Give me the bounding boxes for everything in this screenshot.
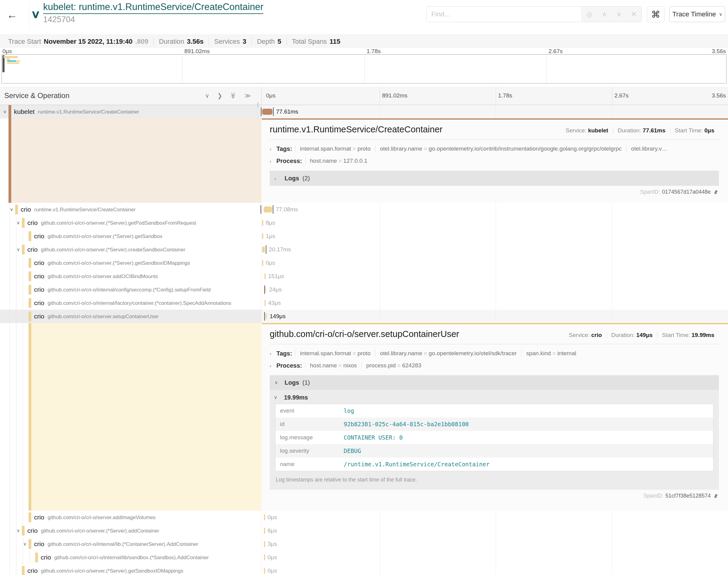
span-name-cell[interactable]: ∨criogithub.com/cri-o/cri-o/server.(*Ser…: [0, 524, 262, 537]
span-name-cell[interactable]: ∨criogithub.com/cri-o/cri-o/server.(*Ser…: [0, 216, 262, 230]
double-chevron-right-icon[interactable]: ≫: [244, 92, 251, 99]
back-arrow-icon[interactable]: ←: [7, 8, 18, 21]
span-duration-bar[interactable]: [262, 260, 263, 266]
span-timeline-cell[interactable]: 149μs: [262, 310, 728, 323]
span-duration-bar[interactable]: [265, 300, 266, 306]
span-name-cell[interactable]: criogithub.com/cri-o/cri-o/internal/fact…: [0, 296, 262, 310]
span-duration-bar[interactable]: [262, 220, 263, 226]
span-row[interactable]: ∨criogithub.com/cri-o/cri-o/server.(*Ser…: [0, 216, 728, 230]
span-duration-bar[interactable]: [264, 528, 265, 534]
tree-guide-line: [9, 310, 10, 323]
span-row[interactable]: criogithub.com/cri-o/cri-o/internal/fact…: [0, 296, 728, 310]
span-name-cell[interactable]: ∨criogithub.com/cri-o/cri-o/server.(*Ser…: [0, 243, 262, 256]
span-name-cell[interactable]: criogithub.com/cri-o/cri-o/server.(*Serv…: [0, 256, 262, 270]
chevron-down-icon[interactable]: ∨: [15, 216, 21, 230]
process-row[interactable]: ›Process:host.name=127.0.0.1: [270, 155, 719, 167]
span-name-cell[interactable]: ∨criogithub.com/cri-o/cri-o/internal/lib…: [0, 537, 262, 551]
view-selector-button[interactable]: Trace Timeline ∨: [669, 6, 725, 22]
span-timeline-cell[interactable]: 77.08ms: [262, 203, 728, 216]
span-name-cell[interactable]: criogithub.com/cri-o/cri-o/server.addIma…: [0, 511, 262, 524]
span-detail-title[interactable]: runtime.v1.RuntimeService/CreateContaine…: [270, 125, 442, 134]
keyboard-shortcuts-button[interactable]: ⌘: [647, 6, 664, 22]
span-row[interactable]: criogithub.com/cri-o/cri-o/server.addOCI…: [0, 270, 728, 283]
span-row[interactable]: criogithub.com/cri-o/cri-o/internal/conf…: [0, 283, 728, 296]
chevron-down-icon[interactable]: ∨: [2, 105, 8, 119]
tags-row[interactable]: ›Tags:internal.span.format=protootel.lib…: [270, 143, 719, 155]
span-duration-bar[interactable]: [264, 514, 265, 520]
span-name-cell[interactable]: criogithub.com/cri-o/cri-o/server.(*Serv…: [0, 564, 262, 575]
span-row[interactable]: criogithub.com/cri-o/cri-o/server.addIma…: [0, 511, 728, 524]
span-row[interactable]: criogithub.com/cri-o/cri-o/server.(*Serv…: [0, 256, 728, 270]
span-name-cell[interactable]: criogithub.com/cri-o/cri-o/server.setupC…: [0, 310, 262, 323]
span-duration-bar[interactable]: [264, 541, 265, 547]
clear-search-icon[interactable]: ✕: [631, 10, 637, 18]
chevron-down-icon[interactable]: ∨: [22, 537, 28, 551]
span-name: criogithub.com/cri-o/cri-o/internal/fact…: [34, 296, 231, 310]
span-boundary-tick: [264, 285, 265, 294]
span-row[interactable]: criogithub.com/cri-o/cri-o/server.(*Serv…: [0, 564, 728, 575]
span-name-cell[interactable]: criogithub.com/cri-o/cri-o/server.(*Serv…: [0, 230, 262, 243]
find-input[interactable]: [426, 7, 581, 22]
chevron-right-icon[interactable]: ❯: [217, 92, 222, 99]
minimap-tick-label: 891.02ms: [184, 48, 209, 55]
span-duration-bar[interactable]: [264, 206, 272, 212]
column-resize-handle[interactable]: ∥: [257, 101, 259, 107]
double-chevron-down-icon[interactable]: ≫: [230, 93, 237, 99]
span-detail-title[interactable]: github.com/cri-o/cri-o/server.setupConta…: [270, 329, 459, 339]
span-row[interactable]: ∨criogithub.com/cri-o/cri-o/internal/lib…: [0, 537, 728, 551]
span-timeline-cell[interactable]: 0μs: [262, 511, 728, 524]
process-row[interactable]: ›Process:host.name=nixosprocess.pid=6242…: [270, 360, 719, 372]
span-duration-bar[interactable]: [265, 273, 266, 279]
minimap-canvas[interactable]: [2, 54, 726, 83]
next-result-icon[interactable]: ∨: [617, 10, 621, 18]
chevron-down-icon[interactable]: ∨: [205, 92, 209, 99]
span-name: crioruntime.v1.RuntimeService/CreateCont…: [21, 203, 135, 216]
span-timeline-cell[interactable]: 24μs: [262, 283, 728, 296]
tags-row[interactable]: ›Tags:internal.span.format=protootel.lib…: [270, 347, 719, 360]
span-name-cell[interactable]: criogithub.com/cri-o/cri-o/internal/conf…: [0, 283, 262, 296]
span-duration-bar[interactable]: [262, 109, 272, 115]
span-timeline-cell[interactable]: 8μs: [262, 216, 728, 230]
trace-title-link[interactable]: kubelet: runtime.v1.RuntimeService/Creat…: [43, 2, 263, 14]
span-row[interactable]: criogithub.com/cri-o/cri-o/server.(*Serv…: [0, 230, 728, 243]
logs-accordion[interactable]: ›Logs(2): [270, 171, 719, 186]
span-timeline-cell[interactable]: 77.61ms: [262, 105, 728, 119]
span-duration-bar[interactable]: [265, 286, 266, 293]
span-timeline-cell[interactable]: 151μs: [262, 270, 728, 283]
span-timeline-cell[interactable]: 0μs: [262, 256, 728, 270]
chevron-down-icon[interactable]: ∨: [31, 8, 41, 21]
span-duration-bar[interactable]: [264, 554, 265, 561]
span-duration-bar[interactable]: [262, 233, 263, 239]
span-timeline-cell[interactable]: 20.17ms: [262, 243, 728, 256]
span-name-cell[interactable]: ∨kubeletruntime.v1.RuntimeService/Create…: [0, 105, 262, 119]
span-row[interactable]: ∨criogithub.com/cri-o/cri-o/server.(*Ser…: [0, 243, 728, 256]
equals-sign: =: [351, 145, 358, 152]
chevron-down-icon[interactable]: ∨: [15, 524, 21, 537]
link-icon[interactable]: [713, 493, 719, 499]
link-icon[interactable]: [713, 189, 719, 195]
span-name-cell[interactable]: criogithub.com/cri-o/cri-o/internal/lib/…: [0, 551, 262, 564]
span-row[interactable]: criogithub.com/cri-o/cri-o/internal/lib/…: [0, 551, 728, 564]
locate-icon[interactable]: ◎: [587, 10, 592, 18]
span-row[interactable]: ∨criogithub.com/cri-o/cri-o/server.(*Ser…: [0, 524, 728, 537]
chevron-down-icon[interactable]: ∨: [15, 243, 21, 256]
span-timeline-cell[interactable]: 43μs: [262, 296, 728, 310]
span-row[interactable]: ∨kubeletruntime.v1.RuntimeService/Create…: [0, 105, 728, 119]
prev-result-icon[interactable]: ∧: [602, 10, 607, 18]
span-timeline-cell[interactable]: 0μs: [262, 551, 728, 564]
span-timeline-cell[interactable]: 3μs: [262, 537, 728, 551]
span-duration-bar[interactable]: [262, 246, 265, 252]
span-duration-bar[interactable]: [264, 568, 265, 574]
span-name-cell[interactable]: criogithub.com/cri-o/cri-o/server.addOCI…: [0, 270, 262, 283]
chevron-down-icon[interactable]: ∨: [9, 203, 14, 216]
span-row[interactable]: ∨crioruntime.v1.RuntimeService/CreateCon…: [0, 203, 728, 216]
span-name-cell[interactable]: ∨crioruntime.v1.RuntimeService/CreateCon…: [0, 203, 262, 216]
span-timeline-cell[interactable]: 1μs: [262, 230, 728, 243]
logs-accordion[interactable]: ∨Logs(1): [270, 375, 719, 390]
span-timeline-cell[interactable]: 6μs: [262, 524, 728, 537]
log-entry-header[interactable]: ∨19.99ms: [274, 391, 715, 404]
span-row[interactable]: criogithub.com/cri-o/cri-o/server.setupC…: [0, 310, 728, 323]
span-timeline-cell[interactable]: 0μs: [262, 564, 728, 575]
span-duration-bar[interactable]: [265, 313, 267, 319]
tree-guide-line: [16, 564, 16, 575]
